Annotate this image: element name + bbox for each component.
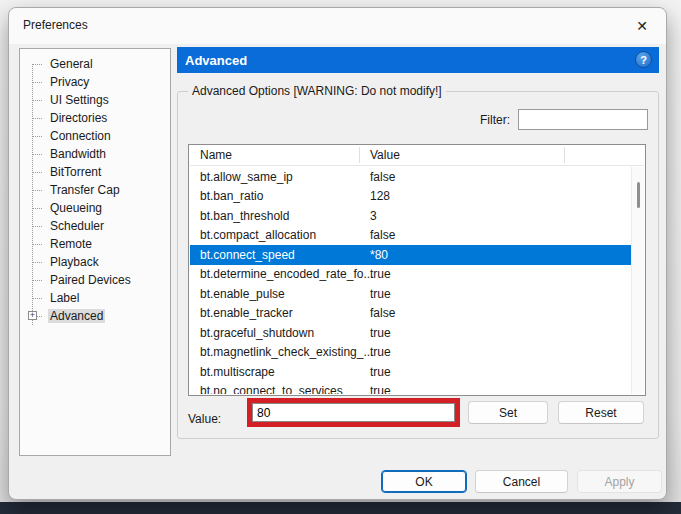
preferences-dialog: Preferences ✕ General Privacy UI Setting… [8,7,667,500]
value-label: Value: [188,412,221,426]
option-value: false [370,306,631,320]
apply-button[interactable]: Apply [577,470,662,493]
tree-item-label: Transfer Cap [48,183,122,197]
ok-button[interactable]: OK [381,470,467,493]
tree-item[interactable]: General [20,55,170,73]
vertical-scrollbar[interactable] [631,167,644,394]
tree-item-label: Playback [48,255,101,269]
table-row[interactable]: bt.determine_encoded_rate_fo... true [190,265,631,285]
tree-item[interactable]: + Advanced [20,307,170,325]
value-input[interactable] [252,403,455,422]
tree-item-label: Connection [48,129,113,143]
groupbox-label: Advanced Options [WARNING: Do not modify… [188,84,446,98]
tree-item[interactable]: BitTorrent [20,163,170,181]
column-header-value[interactable]: Value [370,148,564,162]
option-value: true [370,287,631,301]
cancel-button[interactable]: Cancel [475,470,568,493]
option-name: bt.enable_pulse [200,287,370,301]
option-value: false [370,228,631,242]
table-row[interactable]: bt.ban_ratio 128 [190,187,631,207]
expand-plus-icon[interactable]: + [28,311,37,320]
option-value: false [370,170,631,184]
tree-item[interactable]: Queueing [20,199,170,217]
option-name: bt.no_connect_to_services [200,384,370,394]
column-divider[interactable] [359,147,360,163]
option-value: *80 [370,248,631,262]
option-name: bt.multiscrape [200,365,370,379]
column-divider[interactable] [564,147,565,163]
option-name: bt.connect_speed [200,248,370,262]
table-row[interactable]: bt.magnetlink_check_existing_... true [190,343,631,363]
option-name: bt.compact_allocation [200,228,370,242]
reset-button[interactable]: Reset [558,401,644,424]
close-icon[interactable]: ✕ [628,14,656,38]
tree-item-label: Privacy [48,75,91,89]
tree-item-label: Directories [48,111,109,125]
table-row[interactable]: bt.no_connect_to_services true [190,382,631,395]
option-name: bt.graceful_shutdown [200,326,370,340]
table-rows: bt.allow_same_ip false bt.ban_ratio 128 … [190,167,631,394]
red-highlight-annotation [247,398,460,427]
option-name: bt.ban_ratio [200,189,370,203]
option-name: bt.determine_encoded_rate_fo... [200,267,370,281]
screenshot-stage: Preferences ✕ General Privacy UI Setting… [0,0,681,514]
tree-item[interactable]: Privacy [20,73,170,91]
table-row[interactable]: bt.ban_threshold 3 [190,206,631,226]
filter-row: Filter: [480,109,648,130]
page-header-bar: Advanced ? [177,47,659,73]
option-value: true [370,365,631,379]
table-row[interactable]: bt.enable_tracker false [190,304,631,324]
option-value: true [370,267,631,281]
table-row[interactable]: bt.multiscrape true [190,362,631,382]
tree-item-label: Paired Devices [48,273,133,287]
tree-item-label: BitTorrent [48,165,103,179]
tree-item[interactable]: Label [20,289,170,307]
tree-item-label: UI Settings [48,93,111,107]
tree-item-label: Label [48,291,81,305]
titlebar[interactable]: Preferences ✕ [9,8,666,44]
table-row[interactable]: bt.graceful_shutdown true [190,323,631,343]
option-value: true [370,384,631,394]
help-icon[interactable]: ? [635,51,652,68]
tree-item[interactable]: Directories [20,109,170,127]
window-title: Preferences [23,18,88,32]
tree-item-label: Remote [48,237,94,251]
table-row[interactable]: bt.allow_same_ip false [190,167,631,187]
table-row[interactable]: bt.compact_allocation false [190,226,631,246]
option-value: 3 [370,209,631,223]
option-name: bt.ban_threshold [200,209,370,223]
tree-item[interactable]: Remote [20,235,170,253]
tree-item[interactable]: Transfer Cap [20,181,170,199]
desktop-background-strip [0,502,681,514]
page-title: Advanced [185,53,247,68]
tree-item[interactable]: UI Settings [20,91,170,109]
tree-item-label: Queueing [48,201,104,215]
tree-item-label: Scheduler [48,219,106,233]
tree-item-label: General [48,57,95,71]
tree-item[interactable]: Paired Devices [20,271,170,289]
option-name: bt.magnetlink_check_existing_... [200,345,370,359]
tree-item[interactable]: Playback [20,253,170,271]
table-header: Name Value [190,145,644,166]
tree-item[interactable]: Bandwidth [20,145,170,163]
filter-input[interactable] [518,109,648,130]
table-row[interactable]: bt.enable_pulse true [190,284,631,304]
set-button[interactable]: Set [468,401,548,424]
option-value: 128 [370,189,631,203]
option-value: true [370,345,631,359]
filter-label: Filter: [480,113,510,127]
option-name: bt.allow_same_ip [200,170,370,184]
options-table: Name Value bt.allow_same_ip false bt.ban… [188,144,646,396]
column-header-name[interactable]: Name [200,148,370,162]
tree-item[interactable]: Connection [20,127,170,145]
tree-item[interactable]: Scheduler [20,217,170,235]
table-row[interactable]: bt.connect_speed *80 [190,245,631,265]
option-value: true [370,326,631,340]
scrollbar-thumb[interactable] [637,182,640,208]
preferences-tree: General Privacy UI Settings Directories … [19,48,171,456]
advanced-options-groupbox: Advanced Options [WARNING: Do not modify… [177,91,659,439]
tree-item-label: Bandwidth [48,147,108,161]
tree-item-label: Advanced [48,309,105,323]
option-name: bt.enable_tracker [200,306,370,320]
